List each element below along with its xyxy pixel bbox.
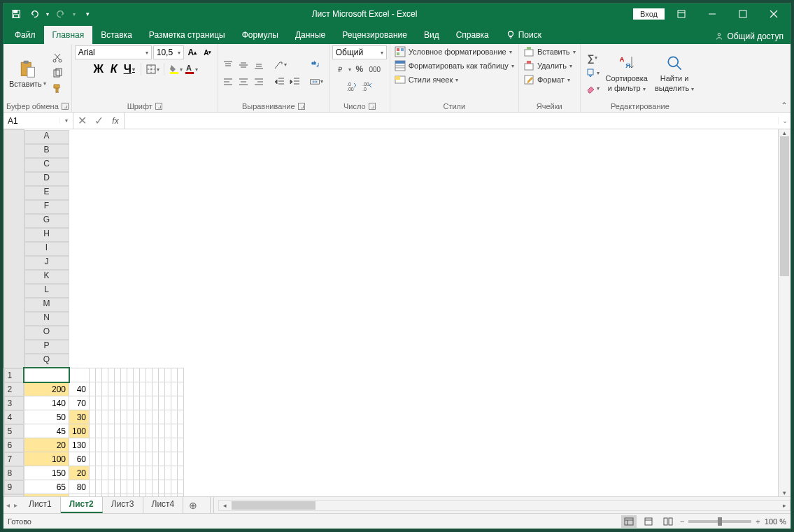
cell[interactable]	[90, 410, 96, 424]
cell[interactable]	[127, 452, 134, 466]
cell[interactable]	[69, 368, 90, 382]
row-header[interactable]: 4	[4, 410, 24, 424]
cell[interactable]	[121, 494, 127, 497]
cell[interactable]	[121, 410, 127, 424]
cell[interactable]	[90, 382, 96, 396]
cell[interactable]	[108, 480, 115, 494]
cell[interactable]	[134, 480, 140, 494]
fill-color-button[interactable]: ▾	[169, 62, 183, 76]
tell-me-search[interactable]: Поиск	[497, 26, 550, 44]
cell[interactable]	[90, 480, 96, 494]
cell[interactable]	[127, 410, 134, 424]
row-header[interactable]: 3	[4, 396, 24, 410]
number-dialog-launcher[interactable]	[369, 103, 376, 110]
scroll-up-button[interactable]: ▴	[779, 129, 791, 136]
cell[interactable]: 50	[24, 410, 69, 424]
cell[interactable]	[146, 368, 153, 382]
cell[interactable]	[90, 438, 96, 452]
cell[interactable]: 150	[24, 466, 69, 480]
redo-icon[interactable]	[52, 6, 69, 22]
tab-review[interactable]: Рецензирование	[334, 26, 416, 44]
cell[interactable]	[178, 438, 184, 452]
cell[interactable]: 130	[69, 438, 90, 452]
sheet-tab[interactable]: Лист3	[103, 497, 143, 513]
cell[interactable]: 80	[69, 480, 90, 494]
tab-splitter[interactable]	[210, 497, 214, 513]
sheet-tab[interactable]: Лист1	[20, 497, 61, 513]
cell[interactable]	[96, 424, 102, 438]
cell[interactable]	[108, 466, 115, 480]
font-size-combo[interactable]: 10,5▾	[153, 45, 184, 59]
cell[interactable]	[140, 480, 146, 494]
cell[interactable]	[90, 396, 96, 410]
cell[interactable]	[127, 368, 134, 382]
cell[interactable]	[159, 410, 165, 424]
cell[interactable]	[171, 494, 178, 497]
decrease-font-button[interactable]: A▾	[201, 45, 215, 59]
cell[interactable]	[102, 438, 108, 452]
cell[interactable]	[96, 410, 102, 424]
row-header[interactable]: 7	[4, 452, 24, 466]
cell[interactable]	[115, 480, 121, 494]
cell[interactable]	[96, 396, 102, 410]
cut-button[interactable]	[50, 51, 64, 65]
cell[interactable]	[96, 382, 102, 396]
cell[interactable]	[134, 494, 140, 497]
cell[interactable]	[127, 424, 134, 438]
fill-button[interactable]: ▾	[583, 66, 602, 80]
normal-view-button[interactable]	[621, 515, 637, 528]
cell[interactable]	[140, 424, 146, 438]
orientation-button[interactable]: ▾	[273, 58, 287, 72]
cell[interactable]	[178, 466, 184, 480]
cell[interactable]	[159, 396, 165, 410]
cell[interactable]	[121, 396, 127, 410]
column-header[interactable]: M	[24, 298, 69, 312]
cell[interactable]	[146, 480, 153, 494]
insert-function-button[interactable]: fx	[107, 116, 124, 126]
column-header[interactable]: F	[24, 200, 69, 214]
cell[interactable]	[121, 368, 127, 382]
cell[interactable]: 30	[69, 410, 90, 424]
font-name-combo[interactable]: Arial▾	[75, 45, 152, 59]
cell[interactable]	[153, 396, 159, 410]
align-top-button[interactable]	[221, 58, 235, 72]
cell[interactable]	[115, 382, 121, 396]
name-box-dropdown[interactable]: ▾	[59, 117, 72, 124]
column-header[interactable]: E	[24, 186, 69, 200]
cell[interactable]	[165, 438, 171, 452]
cell[interactable]	[165, 368, 171, 382]
cell[interactable]	[178, 424, 184, 438]
vertical-scrollbar[interactable]: ▴ ▾	[778, 129, 791, 496]
cell[interactable]: 20	[69, 466, 90, 480]
tab-help[interactable]: Справка	[448, 26, 497, 44]
cell[interactable]	[96, 480, 102, 494]
cell[interactable]	[96, 438, 102, 452]
cell[interactable]	[90, 424, 96, 438]
column-header[interactable]: C	[24, 158, 69, 172]
scroll-right-button[interactable]: ▸	[779, 502, 790, 509]
font-color-button[interactable]: A▾	[184, 62, 198, 76]
cell[interactable]: 100	[69, 424, 90, 438]
cell[interactable]	[96, 368, 102, 382]
cell[interactable]: 70	[69, 396, 90, 410]
cell[interactable]	[165, 466, 171, 480]
cancel-formula-button[interactable]: ✕	[73, 113, 90, 129]
cell[interactable]	[178, 410, 184, 424]
cell[interactable]	[153, 368, 159, 382]
cell[interactable]	[159, 438, 165, 452]
cell[interactable]	[165, 382, 171, 396]
cell[interactable]	[102, 382, 108, 396]
clipboard-dialog-launcher[interactable]	[62, 103, 69, 110]
font-dialog-launcher[interactable]	[155, 103, 162, 110]
tab-data[interactable]: Данные	[287, 26, 334, 44]
cell[interactable]	[108, 410, 115, 424]
cell[interactable]	[108, 396, 115, 410]
cell[interactable]	[134, 438, 140, 452]
cell[interactable]	[121, 452, 127, 466]
format-painter-button[interactable]	[50, 82, 64, 96]
cell[interactable]	[171, 480, 178, 494]
cell[interactable]	[171, 396, 178, 410]
column-header[interactable]: H	[24, 228, 69, 242]
cell[interactable]	[165, 396, 171, 410]
horizontal-scrollbar[interactable]: ◂ ▸	[218, 500, 791, 511]
